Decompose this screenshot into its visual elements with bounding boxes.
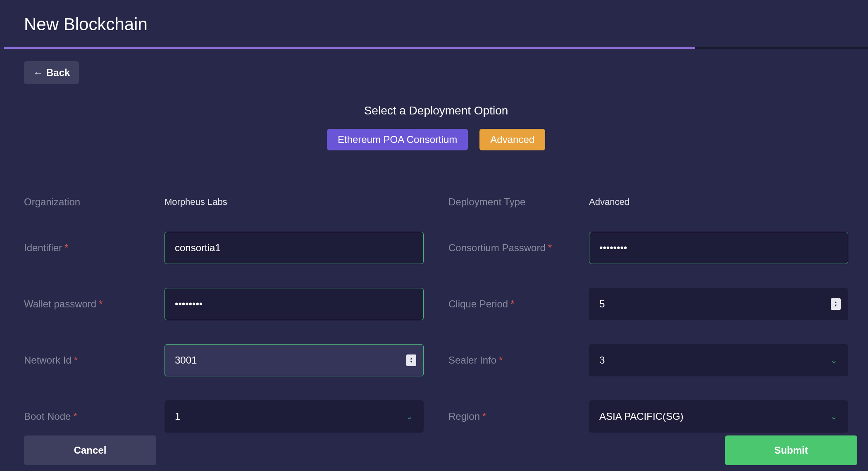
- deployment-type-label: Deployment Type: [448, 196, 589, 208]
- arrow-left-icon: ←: [33, 67, 43, 78]
- boot-node-label: Boot Node*: [24, 411, 165, 422]
- wallet-password-input[interactable]: [165, 288, 424, 320]
- sealer-info-value: 3: [599, 354, 605, 366]
- tab-advanced[interactable]: Advanced: [479, 129, 545, 150]
- page-title: New Blockchain: [4, 0, 868, 47]
- sealer-info-label: Sealer Info*: [448, 354, 589, 366]
- boot-node-value: 1: [175, 411, 180, 422]
- region-select[interactable]: ASIA PACIFIC(SG): [589, 400, 848, 433]
- wallet-password-label: Wallet password*: [24, 298, 165, 310]
- form-left-column: Organization Morpheus Labs Identifier* W…: [24, 190, 424, 457]
- progress-fill: [4, 47, 695, 49]
- deploy-tabs: Ethereum POA Consortium Advanced: [24, 129, 848, 150]
- clique-period-label: Clique Period*: [448, 298, 589, 310]
- network-id-input[interactable]: [165, 344, 424, 376]
- back-label: Back: [46, 67, 70, 78]
- deployment-type-value: Advanced: [589, 197, 630, 207]
- consortium-password-input[interactable]: [589, 232, 848, 264]
- deploy-heading: Select a Deployment Option: [24, 104, 848, 117]
- back-button[interactable]: ← Back: [24, 61, 79, 84]
- tab-ethereum-poa[interactable]: Ethereum POA Consortium: [327, 129, 468, 150]
- region-label: Region*: [448, 411, 589, 422]
- sealer-info-select[interactable]: 3: [589, 344, 848, 376]
- organization-label: Organization: [24, 196, 165, 208]
- cancel-button[interactable]: Cancel: [24, 435, 156, 465]
- identifier-input[interactable]: [165, 232, 424, 264]
- boot-node-select[interactable]: 1: [165, 400, 424, 433]
- spinner-icon[interactable]: [831, 298, 841, 310]
- region-value: ASIA PACIFIC(SG): [599, 411, 684, 422]
- identifier-label: Identifier*: [24, 242, 165, 254]
- consortium-password-label: Consortium Password*: [448, 242, 589, 254]
- organization-value: Morpheus Labs: [165, 197, 227, 207]
- network-id-label: Network Id*: [24, 354, 165, 366]
- form-right-column: Deployment Type Advanced Consortium Pass…: [448, 190, 848, 457]
- clique-period-input[interactable]: [589, 288, 848, 320]
- submit-button[interactable]: Submit: [725, 435, 857, 465]
- progress-bar: [4, 47, 868, 49]
- spinner-icon[interactable]: [406, 354, 416, 366]
